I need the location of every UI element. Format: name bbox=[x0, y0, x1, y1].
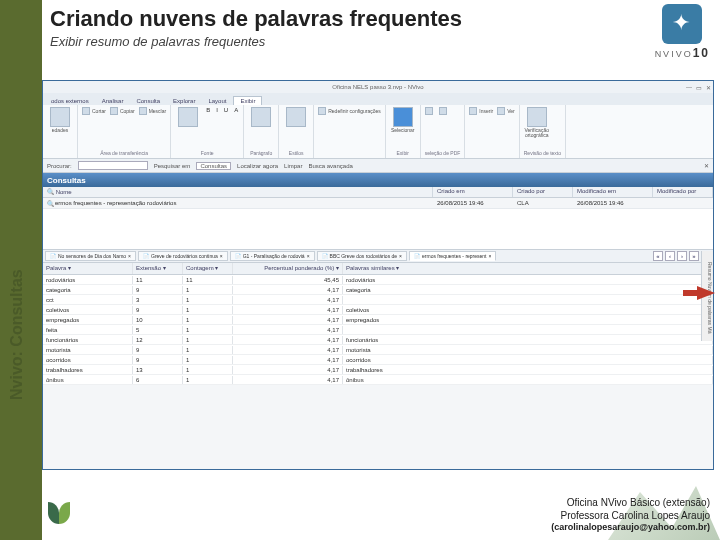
query-name: ermos frequentes - representação rodoviá… bbox=[51, 200, 433, 206]
query-modified: 26/08/2015 19:46 bbox=[573, 200, 653, 206]
word-row[interactable]: coletivos914,17coletivos bbox=[43, 305, 713, 315]
column-header[interactable]: 🔍 Nome bbox=[43, 187, 433, 197]
ribbon-tab-layout[interactable]: Layout bbox=[202, 97, 232, 105]
nvivo-logo-icon bbox=[662, 4, 702, 44]
tab-sensores[interactable]: 📄No sensores de Dia dos Namo× bbox=[45, 251, 136, 261]
close-searchbar-icon[interactable]: ✕ bbox=[704, 162, 709, 169]
callout-arrow-head bbox=[697, 286, 715, 300]
close-tab-icon[interactable]: × bbox=[307, 253, 310, 259]
word-row[interactable]: funcionários1214,17funcionários bbox=[43, 335, 713, 345]
column-header[interactable]: Modificado por bbox=[653, 187, 713, 197]
footer-line2: Professora Carolina Lopes Araujo bbox=[551, 509, 710, 522]
ribbon-tab-explorar[interactable]: Explorar bbox=[167, 97, 201, 105]
find-now-button[interactable]: Localizar agora bbox=[237, 163, 278, 169]
queries-columns: 🔍 NomeCriado emCriado porModificado emMo… bbox=[43, 187, 713, 198]
query-creator: CLA bbox=[513, 200, 573, 206]
queries-empty-area bbox=[43, 209, 713, 249]
close-icon[interactable]: ✕ bbox=[706, 84, 711, 91]
column-header[interactable]: Criado em bbox=[433, 187, 513, 197]
word-column-header[interactable]: Percentual ponderado (%) ▾ bbox=[233, 263, 343, 274]
word-row[interactable]: feita514,17 bbox=[43, 325, 713, 335]
word-column-header[interactable]: Extensão ▾ bbox=[133, 263, 183, 274]
slide-footer: Oficina NVivo Básico (extensão) Professo… bbox=[551, 496, 710, 534]
minimize-icon[interactable]: — bbox=[686, 84, 692, 91]
word-row[interactable]: cct314,17 bbox=[43, 295, 713, 305]
tab-nav-button[interactable]: › bbox=[677, 251, 687, 261]
ribbon-tab-consulta[interactable]: Consulta bbox=[130, 97, 166, 105]
ver-button[interactable]: Ver bbox=[497, 107, 515, 115]
format-b-button[interactable]: B bbox=[206, 107, 210, 113]
nvivo-logo: NVIVO10 bbox=[655, 4, 710, 60]
search-bar: Procurar: Pesquisar em Consultas Localiz… bbox=[43, 159, 713, 173]
document-tabs: 📄No sensores de Dia dos Namo×📄Greve de r… bbox=[43, 249, 713, 263]
format-a-button[interactable]: A bbox=[234, 107, 238, 113]
query-created: 26/08/2015 19:46 bbox=[433, 200, 513, 206]
close-tab-icon[interactable]: × bbox=[399, 253, 402, 259]
ribbon-tabs: odos externosAnalisarConsultaExplorarLay… bbox=[43, 93, 713, 105]
footer-line3: (carolinalopesaraujo@yahoo.com.br) bbox=[551, 522, 710, 534]
redefinir-button[interactable]: Redefinir configurações bbox=[318, 107, 381, 115]
slide-subtitle: Exibir resumo de palavras frequentes bbox=[50, 34, 710, 49]
estilos-button[interactable] bbox=[283, 107, 309, 128]
word-row[interactable]: motorista914,17motorista bbox=[43, 345, 713, 355]
inserir-button[interactable]: Inserir bbox=[469, 107, 493, 115]
window-title: Oficina NELS passo 3.nvp - NVivo bbox=[332, 84, 423, 90]
tab-nav-button[interactable]: » bbox=[689, 251, 699, 261]
cortar-button[interactable]: Cortar bbox=[82, 107, 106, 115]
word-row[interactable]: rodoviários111145,45rodoviários bbox=[43, 275, 713, 285]
format-i-button[interactable]: I bbox=[216, 107, 218, 113]
tab-nav-button[interactable]: « bbox=[653, 251, 663, 261]
close-tab-icon[interactable]: × bbox=[128, 253, 131, 259]
pdf2-button[interactable] bbox=[439, 107, 449, 115]
ribbon-tab-exibir[interactable]: Exibir bbox=[233, 96, 262, 105]
tab-greve[interactable]: 📄Greve de rodoviários continua× bbox=[138, 251, 228, 261]
mesclar-button[interactable]: Mesclar bbox=[139, 107, 167, 115]
word-column-header[interactable]: Palavras similares ▾ bbox=[343, 263, 713, 274]
word-column-header[interactable]: Palavra ▾ bbox=[43, 263, 133, 274]
close-tab-icon[interactable]: × bbox=[220, 253, 223, 259]
word-row[interactable]: trabalhadores1314,17trabalhadores bbox=[43, 365, 713, 375]
paragrafo-button[interactable] bbox=[248, 107, 274, 128]
propriedades-button[interactable]: edades bbox=[47, 107, 73, 133]
slide-side-label: Nvivo: Consultas bbox=[8, 269, 26, 400]
search-scope-button[interactable]: Consultas bbox=[196, 162, 231, 170]
word-row[interactable]: empregados1014,17empregados bbox=[43, 315, 713, 325]
selecionar-button[interactable]: Selecionar bbox=[390, 107, 416, 133]
word-row[interactable]: categoria914,17categoria bbox=[43, 285, 713, 295]
search-input[interactable] bbox=[78, 161, 148, 170]
column-header[interactable]: Modificado em bbox=[573, 187, 653, 197]
consultas-panel-title: Consultas bbox=[43, 173, 713, 187]
search-in-label: Pesquisar em bbox=[154, 163, 191, 169]
tab-g1[interactable]: 📄G1 - Paralisação de rodoviá× bbox=[230, 251, 315, 261]
abc-button[interactable]: Verificação ortográfica bbox=[524, 107, 550, 138]
leaf-icon bbox=[48, 502, 70, 532]
copiar-button[interactable]: Copiar bbox=[110, 107, 135, 115]
clear-button[interactable]: Limpar bbox=[284, 163, 302, 169]
column-header[interactable]: Criado por bbox=[513, 187, 573, 197]
footer-line1: Oficina NVivo Básico (extensão) bbox=[551, 496, 710, 509]
word-row[interactable]: ocorridos914,17ocorridos bbox=[43, 355, 713, 365]
slide-title: Criando nuvens de palavras frequentes bbox=[50, 6, 710, 32]
nvivo-logo-text: NVIVO10 bbox=[655, 46, 710, 60]
window-titlebar: Oficina NELS passo 3.nvp - NVivo — ▭ ✕ bbox=[43, 81, 713, 93]
maximize-icon[interactable]: ▭ bbox=[696, 84, 702, 91]
word-frequency-table: Palavra ▾Extensão ▾Contagem ▾Percentual … bbox=[43, 263, 713, 385]
ribbon-tab-odos externos[interactable]: odos externos bbox=[45, 97, 95, 105]
query-row[interactable]: 🔍 ermos frequentes - representação rodov… bbox=[43, 198, 713, 209]
word-column-header[interactable]: Contagem ▾ bbox=[183, 263, 233, 274]
ribbon: edadesCortarCopiarMesclarÁrea de transfe… bbox=[43, 105, 713, 159]
format-u-button[interactable]: U bbox=[224, 107, 228, 113]
pdf1-button[interactable] bbox=[425, 107, 435, 115]
ribbon-tab-analisar[interactable]: Analisar bbox=[96, 97, 130, 105]
advanced-button[interactable]: Busca avançada bbox=[308, 163, 352, 169]
nvivo-window: Oficina NELS passo 3.nvp - NVivo — ▭ ✕ o… bbox=[42, 80, 714, 470]
word-table-header: Palavra ▾Extensão ▾Contagem ▾Percentual … bbox=[43, 263, 713, 275]
tab-bbc[interactable]: 📄BBC Greve dos rodoviários de× bbox=[317, 251, 407, 261]
close-tab-icon[interactable]: × bbox=[489, 253, 492, 259]
search-label: Procurar: bbox=[47, 163, 72, 169]
word-row[interactable]: ônibus614,17ônibus bbox=[43, 375, 713, 385]
fonte-dropdown-button[interactable] bbox=[175, 107, 201, 128]
tab-ermos[interactable]: 📄ermos frequentes - represent× bbox=[409, 251, 496, 261]
tab-nav-button[interactable]: ‹ bbox=[665, 251, 675, 261]
slide-header: Criando nuvens de palavras frequentes Ex… bbox=[50, 6, 710, 49]
